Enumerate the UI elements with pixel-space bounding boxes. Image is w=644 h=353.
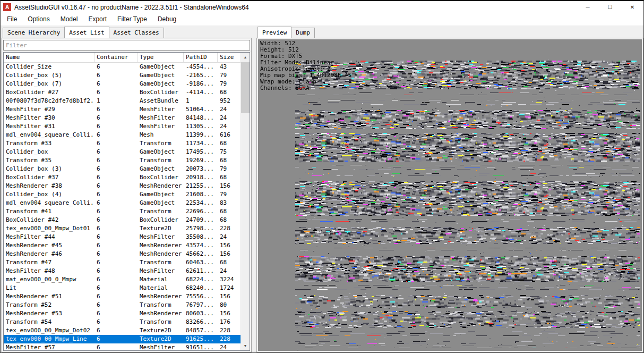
cell-name: tex_env000_00_Mmpw_Line: [4, 335, 95, 343]
cell-type: MeshRenderer: [138, 292, 184, 301]
asset-row[interactable]: MeshRenderer #38 6 MeshRenderer 21255...…: [4, 182, 241, 190]
maximize-button[interactable]: ☐: [599, 1, 621, 13]
cell-name: MeshRenderer #46: [4, 250, 95, 258]
column-header[interactable]: Container: [95, 53, 138, 62]
asset-row[interactable]: BoxCollider #37 6 BoxCollider 20918... 6…: [4, 173, 241, 182]
cell-size: 79: [218, 80, 241, 88]
app-window: A AssetStudioGUI v0.16.47 - no productNa…: [0, 0, 644, 353]
asset-row[interactable]: BoxCollider #27 6 BoxCollider -4114... 6…: [4, 88, 241, 97]
close-button[interactable]: ✕: [621, 1, 643, 13]
menu-item-label: Model: [61, 15, 78, 23]
cell-pathid: -4114...: [184, 88, 218, 97]
cell-name: MeshFilter #57: [4, 343, 95, 350]
filter-input[interactable]: [3, 40, 250, 51]
minimize-button[interactable]: ─: [577, 1, 599, 13]
cell-pathid: -4554...: [184, 63, 218, 71]
cell-type: MeshRenderer: [138, 309, 184, 318]
cell-size: 228: [218, 224, 241, 233]
menu-item[interactable]: Model: [55, 13, 83, 26]
right-panel-tab[interactable]: Dump: [291, 28, 315, 38]
asset-row[interactable]: mdl_env004_squeare_Colli... 6 Mesh 11399…: [4, 131, 241, 139]
asset-row[interactable]: MeshRenderer #45 6 MeshRenderer 43574...…: [4, 241, 241, 250]
cell-type: GameObject: [138, 190, 184, 199]
asset-row[interactable]: Transform #54 6 Transform 83266... 176: [4, 318, 241, 326]
asset-row[interactable]: MeshFilter #48 6 MeshFilter 62611... 24: [4, 267, 241, 275]
cell-name: 00f0807f3d78c2dfe7d8b1f2...: [4, 97, 95, 105]
asset-row[interactable]: Transform #35 6 Transform 19269... 68: [4, 156, 241, 165]
cell-type: BoxCollider: [138, 173, 184, 182]
asset-row[interactable]: Transform #41 6 Transform 22696... 68: [4, 207, 241, 216]
asset-row[interactable]: Collider_box (4) 6 GameObject 21608... 7…: [4, 190, 241, 199]
scroll-up-button[interactable]: ▲: [241, 53, 250, 62]
left-panel-tab[interactable]: Asset Classes: [109, 28, 164, 38]
asset-row[interactable]: MeshRenderer #46 6 MeshRenderer 45662...…: [4, 250, 241, 258]
asset-row[interactable]: MeshFilter #29 6 MeshFilter 51064... 24: [4, 105, 241, 114]
menu-item[interactable]: Options: [22, 13, 55, 26]
cell-size: 3224: [218, 275, 241, 284]
menu-item[interactable]: File: [2, 13, 22, 26]
cell-type: Transform: [138, 301, 184, 309]
asset-row[interactable]: MeshRenderer #53 6 MeshRenderer 80603...…: [4, 309, 241, 318]
cell-container: 6: [95, 216, 138, 224]
column-header-label: Size: [220, 54, 234, 61]
scrollbar-thumb[interactable]: [241, 62, 250, 113]
asset-row[interactable]: Collider_box (7) 6 GameObject -9186... 7…: [4, 80, 241, 88]
column-header-label: PathID: [186, 54, 207, 61]
cell-type: BoxCollider: [138, 216, 184, 224]
asset-row[interactable]: Collider_Size 6 GameObject -4554... 43: [4, 63, 241, 71]
right-panel-tab[interactable]: Preview: [257, 27, 291, 38]
asset-row[interactable]: tex_env000_00_Mmpw_Dot02 6 Texture2D 848…: [4, 326, 241, 335]
cell-pathid: 91651...: [184, 343, 218, 350]
cell-container: 6: [95, 71, 138, 80]
asset-row[interactable]: Transform #33 6 Transform 11734... 68: [4, 139, 241, 148]
cell-name: Collider_box (5): [4, 71, 95, 80]
asset-row[interactable]: mdl_env004_squeare_Colli... 6 GameObject…: [4, 199, 241, 207]
cell-pathid: 1: [184, 97, 218, 105]
cell-name: BoxCollider #37: [4, 173, 95, 182]
cell-type: GameObject: [138, 165, 184, 173]
cell-type: MeshFilter: [138, 267, 184, 275]
asset-row[interactable]: Collider_box (3) 6 GameObject 20073... 7…: [4, 165, 241, 173]
scrollbar-track[interactable]: [241, 62, 250, 341]
menu-item[interactable]: Filter Type: [112, 13, 152, 26]
column-header-label: Type: [140, 54, 154, 61]
column-header[interactable]: PathID: [184, 53, 218, 62]
cell-size: 24: [218, 267, 241, 275]
vertical-scrollbar[interactable]: ▲ ▼: [241, 53, 250, 350]
cell-name: mdl_env004_squeare_Colli...: [4, 131, 95, 139]
asset-row[interactable]: MeshFilter #31 6 MeshFilter 11305... 24: [4, 122, 241, 131]
asset-row[interactable]: Transform #47 6 Transform 60463... 68: [4, 258, 241, 267]
asset-row[interactable]: tex_env000_00_Mmpw_Dot01 6 Texture2D 257…: [4, 224, 241, 233]
asset-row[interactable]: 00f0807f3d78c2dfe7d8b1f2... 1 AssetBundl…: [4, 97, 241, 105]
cell-type: Transform: [138, 156, 184, 165]
main-area: Scene Hierarchy Asset List Asset Classes…: [1, 26, 643, 352]
asset-row[interactable]: mat_env000_00_0_Mmpw 6 Material 68224...…: [4, 275, 241, 284]
column-header[interactable]: Type: [138, 53, 184, 62]
asset-row[interactable]: MeshFilter #57 6 MeshFilter 91651... 24: [4, 343, 241, 350]
asset-row[interactable]: Transform #52 6 Transform 76797... 80: [4, 301, 241, 309]
titlebar: A AssetStudioGUI v0.16.47 - no productNa…: [1, 1, 643, 13]
asset-row[interactable]: Lit 6 Material 68240... 1724: [4, 284, 241, 292]
left-panel-tab[interactable]: Asset List: [64, 27, 109, 38]
asset-row[interactable]: MeshFilter #44 6 MeshFilter 35508... 24: [4, 233, 241, 241]
cell-name: Transform #54: [4, 318, 95, 326]
asset-row[interactable]: BoxCollider #42 6 BoxCollider 24709... 6…: [4, 216, 241, 224]
scroll-down-button[interactable]: ▼: [241, 341, 250, 350]
asset-row[interactable]: MeshFilter #30 6 MeshFilter 84148... 24: [4, 114, 241, 122]
column-header[interactable]: Size: [218, 53, 241, 62]
asset-panel: Scene Hierarchy Asset List Asset Classes…: [1, 26, 252, 352]
panel-splitter[interactable]: [252, 26, 256, 352]
left-panel-tab[interactable]: Scene Hierarchy: [3, 28, 65, 38]
column-header[interactable]: Name: [4, 53, 95, 62]
asset-row[interactable]: tex_env000_00_Mmpw_Line 6 Texture2D 9162…: [4, 335, 241, 343]
cell-pathid: 11399...: [184, 131, 218, 139]
asset-row[interactable]: Collider_box (5) 6 GameObject -2165... 7…: [4, 71, 241, 80]
asset-row[interactable]: Collider_box 6 GameObject 17495... 75: [4, 148, 241, 156]
preview-page: Width: 512 Height: 512 Format: DXT5 Filt…: [256, 38, 643, 352]
menu-item[interactable]: Debug: [152, 13, 182, 26]
cell-pathid: 17495...: [184, 148, 218, 156]
menu-item-label: Debug: [158, 15, 176, 23]
asset-row[interactable]: MeshRenderer #51 6 MeshRenderer 75556...…: [4, 292, 241, 301]
menu-item[interactable]: Export: [83, 13, 112, 26]
cell-type: Transform: [138, 318, 184, 326]
